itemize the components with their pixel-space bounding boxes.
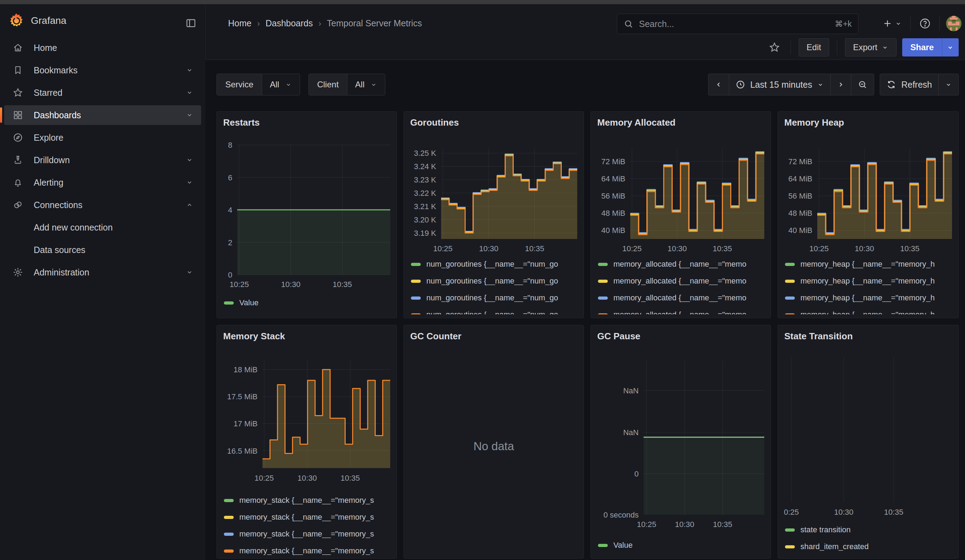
legend-item[interactable]: memory_stack {__name__="memory_s: [224, 529, 392, 539]
edit-button[interactable]: Edit: [799, 38, 829, 57]
chart-gc-pause[interactable]: 10:2510:3010:35NaNNaN00 seconds: [591, 325, 770, 558]
chevron-down-icon[interactable]: [186, 89, 193, 96]
chevron-down-icon[interactable]: [186, 66, 193, 74]
breadcrumb-dashboards[interactable]: Dashboards: [266, 18, 313, 28]
export-button[interactable]: Export: [845, 38, 896, 57]
panel-title[interactable]: Goroutines: [410, 117, 459, 128]
panel-state-transition: State Transition0:2510:3010:35state tran…: [778, 325, 959, 558]
zoom-out-button[interactable]: [851, 73, 874, 95]
chart-restarts[interactable]: 10:2510:3010:3586420: [217, 112, 396, 318]
legend-label: num_goroutines {__name__="num_go: [426, 310, 558, 314]
svg-text:0: 0: [228, 271, 232, 279]
legend-label: memory_stack {__name__="memory_s: [239, 529, 374, 539]
share-button[interactable]: Share: [902, 38, 942, 57]
user-avatar[interactable]: [946, 16, 962, 31]
sidebar-item-add-new-connection[interactable]: Add new connection: [4, 217, 201, 237]
chevron-right-icon: [837, 81, 845, 88]
sidebar-item-explore[interactable]: Explore: [4, 128, 201, 147]
chevron-up-icon[interactable]: [186, 201, 193, 209]
client-filter-value[interactable]: All: [347, 74, 385, 95]
link-icon: [13, 200, 23, 210]
chevron-down-icon[interactable]: [186, 111, 193, 119]
header-actions: [880, 12, 965, 35]
sidebar-item-bookmarks[interactable]: Bookmarks: [4, 60, 201, 80]
bookmark-icon: [13, 65, 23, 75]
chart-state-transition[interactable]: 0:2510:3010:35: [778, 325, 958, 558]
panel-gc-pause: GC Pause10:2510:3010:35NaNNaN00 secondsV…: [590, 325, 771, 558]
legend-color-swatch: [785, 297, 795, 300]
sidebar-item-dashboards[interactable]: Dashboards: [4, 105, 201, 125]
sidebar-item-connections[interactable]: Connections: [4, 195, 201, 215]
sidebar-item-administration[interactable]: Administration: [4, 263, 201, 282]
legend-item[interactable]: memory_allocated {__name__="memo: [598, 309, 766, 314]
legend-item[interactable]: Value: [224, 297, 392, 308]
legend-item[interactable]: memory_allocated {__name__="memo: [598, 292, 766, 303]
refresh-button[interactable]: Refresh: [880, 73, 939, 95]
panel-title[interactable]: State Transition: [784, 331, 853, 342]
panel-title[interactable]: GC Counter: [410, 331, 461, 342]
search-box[interactable]: ⌘+k: [617, 14, 858, 34]
legend-item[interactable]: num_goroutines {__name__="num_go: [411, 309, 579, 314]
svg-text:64 MiB: 64 MiB: [602, 175, 625, 183]
legend-item[interactable]: memory_allocated {__name__="memo: [598, 276, 766, 286]
legend-item[interactable]: memory_stack {__name__="memory_s: [224, 545, 392, 556]
legend-item[interactable]: memory_heap {__name__="memory_h: [785, 259, 954, 269]
panel-title[interactable]: Memory Allocated: [597, 117, 676, 128]
sidebar-item-data-sources[interactable]: Data sources: [4, 240, 201, 260]
sidebar-toggle-icon[interactable]: [185, 18, 196, 29]
legend-label: num_goroutines {__name__="num_go: [426, 260, 558, 269]
share-menu-button[interactable]: [942, 38, 959, 57]
help-button[interactable]: [917, 15, 933, 31]
add-button[interactable]: [880, 16, 904, 31]
chevron-down-icon[interactable]: [186, 268, 193, 276]
grafana-app: Grafana Home › Dashboards › Temporal Ser…: [0, 0, 965, 560]
legend-item[interactable]: memory_allocated {__name__="memo: [598, 259, 766, 269]
legend-item[interactable]: num_goroutines {__name__="num_go: [411, 276, 579, 286]
chevron-down-icon[interactable]: [186, 156, 193, 164]
svg-text:48 MiB: 48 MiB: [602, 209, 625, 217]
panel-title[interactable]: GC Pause: [597, 331, 640, 342]
panel-title[interactable]: Restarts: [223, 117, 260, 128]
legend-item[interactable]: memory_stack {__name__="memory_s: [224, 495, 392, 506]
svg-text:10:25: 10:25: [229, 280, 249, 289]
service-filter-value[interactable]: All: [262, 74, 300, 95]
sidebar-item-label: Administration: [34, 267, 186, 278]
breadcrumb-home[interactable]: Home: [228, 18, 252, 28]
sidebar-item-starred[interactable]: Starred: [4, 83, 201, 103]
chevron-down-icon: [285, 81, 292, 88]
refresh-interval-button[interactable]: [938, 73, 959, 95]
chevron-down-icon[interactable]: [186, 179, 193, 186]
sidebar-item-label: Add new connection: [34, 222, 201, 233]
panel-legend: Value: [598, 540, 766, 557]
legend-item[interactable]: memory_heap {__name__="memory_h: [785, 292, 954, 303]
legend-item[interactable]: memory_stack {__name__="memory_s: [224, 512, 392, 522]
favorite-star-button[interactable]: [766, 38, 783, 57]
svg-text:10:30: 10:30: [834, 508, 854, 516]
legend-item[interactable]: memory_heap {__name__="memory_h: [785, 276, 954, 286]
sidebar-item-alerting[interactable]: Alerting: [4, 173, 201, 192]
time-back-button[interactable]: [708, 73, 729, 95]
sidebar-item-drilldown[interactable]: Drilldown: [4, 150, 201, 170]
star-icon: [13, 87, 23, 98]
panel-memory-allocated: Memory Allocated10:2510:3010:3572 MiB64 …: [590, 111, 771, 318]
panel-title[interactable]: Memory Heap: [784, 117, 844, 128]
plus-icon: [882, 18, 893, 29]
breadcrumb-current: Temporal Server Metrics: [327, 18, 422, 28]
sidebar-item-label: Starred: [34, 88, 186, 98]
legend-item[interactable]: memory_heap {__name__="memory_h: [785, 309, 954, 314]
time-controls: Last 15 minutes Refresh: [708, 73, 959, 95]
legend-label: memory_stack {__name__="memory_s: [239, 546, 374, 555]
panel-title[interactable]: Memory Stack: [223, 331, 285, 342]
time-range-picker[interactable]: Last 15 minutes: [729, 73, 831, 95]
legend-label: memory_stack {__name__="memory_s: [239, 513, 374, 522]
legend-item[interactable]: Value: [598, 540, 766, 550]
legend-item[interactable]: shard_item_created: [785, 541, 954, 552]
sidebar-item-home[interactable]: Home: [4, 38, 201, 57]
legend-item[interactable]: num_goroutines {__name__="num_go: [411, 292, 579, 303]
legend-item[interactable]: num_goroutines {__name__="num_go: [411, 259, 579, 269]
legend-item[interactable]: state transition: [785, 524, 954, 535]
client-filter: Client All: [308, 73, 385, 95]
legend-color-swatch: [785, 528, 795, 532]
time-forward-button[interactable]: [830, 73, 851, 95]
search-input[interactable]: [638, 19, 830, 29]
